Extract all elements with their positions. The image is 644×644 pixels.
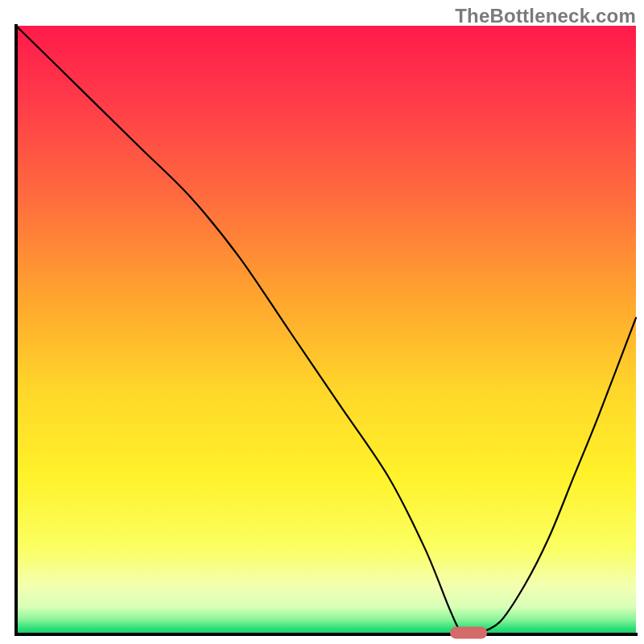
watermark-label: TheBottleneck.com bbox=[455, 5, 636, 27]
optimal-marker bbox=[450, 626, 487, 638]
bottleneck-chart: TheBottleneck.com bbox=[0, 0, 644, 644]
chart-svg bbox=[0, 0, 644, 644]
